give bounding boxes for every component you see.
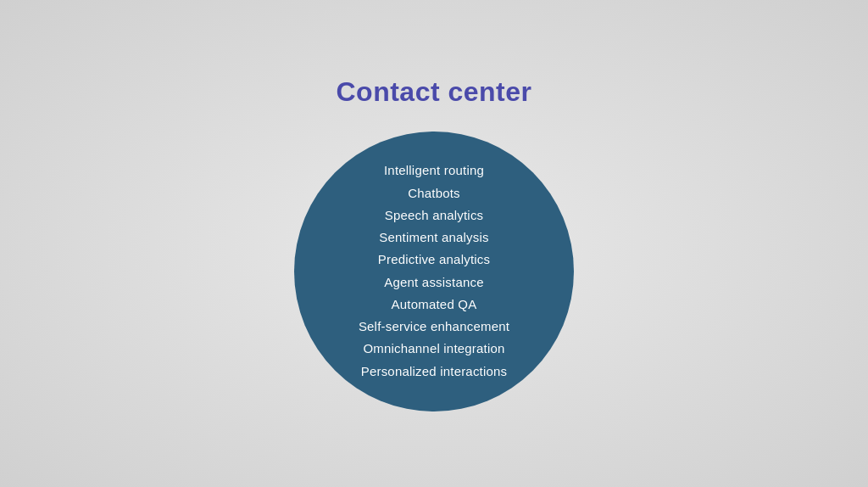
circle-item: Intelligent routing (384, 160, 484, 182)
page-wrapper: Contact center Intelligent routingChatbo… (0, 0, 868, 487)
circle-item: Omnichannel integration (363, 338, 504, 360)
circle-item: Predictive analytics (378, 249, 490, 271)
circle-item: Automated QA (392, 294, 477, 316)
circle-item: Agent assistance (384, 271, 483, 294)
circle-item: Chatbots (408, 182, 460, 204)
contact-center-circle: Intelligent routingChatbotsSpeech analyt… (294, 132, 574, 411)
circle-item: Speech analytics (385, 204, 484, 227)
page-title: Contact center (336, 76, 531, 108)
circle-item: Sentiment analysis (379, 227, 489, 249)
circle-item: Self-service enhancement (359, 316, 509, 338)
circle-item: Personalized interactions (361, 361, 508, 383)
